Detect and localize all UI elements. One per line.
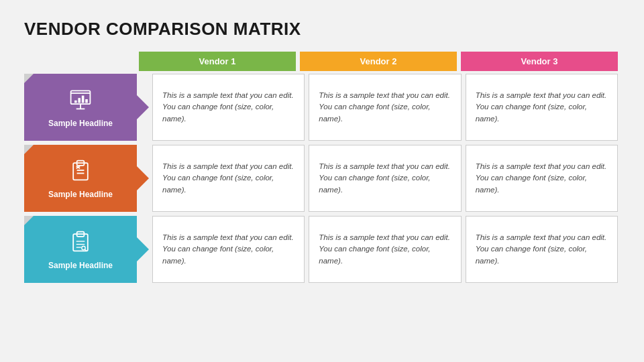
header-row: Vendor 1 Vendor 2 Vendor 3 (137, 52, 620, 71)
matrix-container: Vendor 1 Vendor 2 Vendor 3 (24, 52, 620, 349)
data-row-1: Sample Headline This is a sample text th… (24, 74, 620, 141)
page-title: VENDOR COMPARISON MATRIX (24, 19, 620, 40)
row1-cell-2: This is a sample text that you can edit.… (309, 74, 461, 141)
row3-cell-1: This is a sample text that you can edit.… (152, 216, 305, 283)
presentation-icon (68, 87, 93, 115)
label-cell-3: Sample Headline (24, 216, 137, 283)
data-row-2: Sample Headline This is a sample text th… (24, 145, 620, 212)
row3-cells: This is a sample text that you can edit.… (150, 216, 620, 283)
row3-headline: Sample Headline (48, 261, 113, 270)
row2-cell-3: This is a sample text that you can edit.… (466, 145, 618, 212)
row3-cell-3: This is a sample text that you can edit.… (466, 216, 618, 283)
vendor-header-2: Vendor 2 (300, 52, 457, 71)
row2-cells: This is a sample text that you can edit.… (150, 145, 620, 212)
row1-cell-3: This is a sample text that you can edit.… (466, 74, 618, 141)
svg-rect-4 (74, 100, 77, 103)
svg-point-19 (82, 246, 85, 249)
row2-headline: Sample Headline (48, 190, 113, 199)
row3-cell-2: This is a sample text that you can edit.… (309, 216, 461, 283)
vendor-header-3: Vendor 3 (461, 52, 618, 71)
row2-cell-2: This is a sample text that you can edit.… (309, 145, 461, 212)
page: VENDOR COMPARISON MATRIX Vendor 1 Vendor… (0, 0, 644, 362)
row1-cell-1: This is a sample text that you can edit.… (152, 74, 305, 141)
svg-rect-7 (85, 99, 88, 103)
vendor-header-1: Vendor 1 (139, 52, 296, 71)
row2-cell-1: This is a sample text that you can edit.… (152, 145, 305, 212)
row1-headline: Sample Headline (48, 119, 113, 128)
label-cell-2: Sample Headline (24, 145, 137, 212)
report-icon (68, 229, 93, 257)
data-row-3: Sample Headline This is a sample text th… (24, 216, 620, 283)
row1-cells: This is a sample text that you can edit.… (150, 74, 620, 141)
clipboard-icon (68, 158, 93, 186)
svg-rect-6 (82, 95, 85, 103)
label-cell-1: Sample Headline (24, 74, 137, 141)
svg-rect-5 (78, 98, 80, 103)
